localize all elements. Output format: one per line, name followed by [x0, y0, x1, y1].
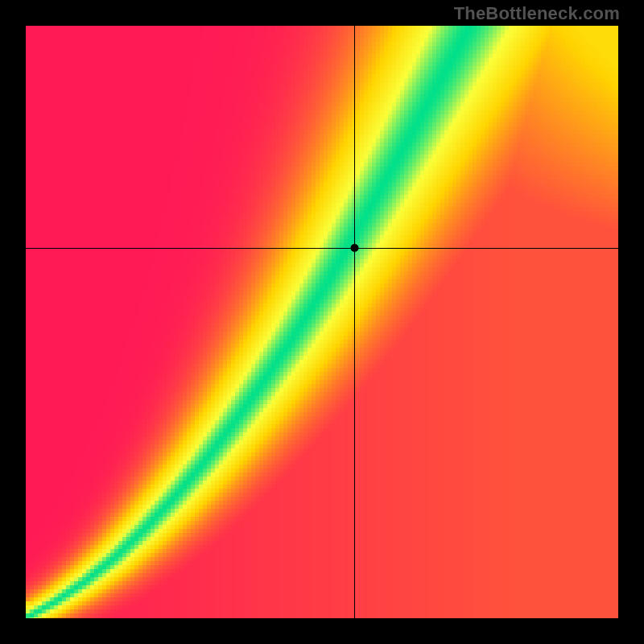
watermark-text: TheBottleneck.com [454, 3, 620, 24]
bottleneck-heatmap [26, 26, 618, 618]
